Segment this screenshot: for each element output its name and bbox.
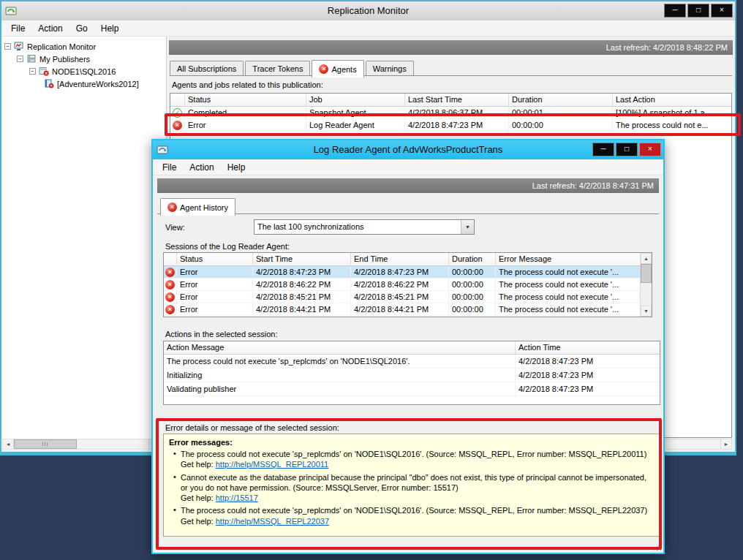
replication-monitor-icon	[14, 42, 24, 51]
help-link[interactable]: http://15517	[216, 493, 258, 502]
tree-item-label: NODE1\SQL2016	[52, 67, 116, 76]
scrollbar-track[interactable]	[641, 283, 652, 306]
header-error-message[interactable]: Error Message	[496, 253, 640, 265]
scrollbar-thumb[interactable]	[14, 439, 77, 449]
tab-strip-divider	[170, 75, 732, 76]
help-link[interactable]: http://help/MSSQL_REPL22037	[216, 517, 329, 526]
chevron-down-icon[interactable]: ▼	[461, 220, 474, 234]
cell-action-message: The process could not execute 'sp_replcm…	[164, 355, 516, 368]
cell-end-time: 4/2/2018 8:47:23 PM	[351, 266, 449, 278]
menu-help[interactable]: Help	[94, 21, 126, 36]
tree-item-replication-monitor[interactable]: − Replication Monitor	[1, 40, 166, 53]
session-row[interactable]: × Error 4/2/2018 8:44:21 PM 4/2/2018 8:4…	[164, 303, 640, 316]
resize-grip[interactable]	[652, 541, 661, 550]
menu-help[interactable]: Help	[221, 160, 252, 175]
session-row[interactable]: × Error 4/2/2018 8:45:21 PM 4/2/2018 8:4…	[164, 291, 640, 303]
cell-end-time: 4/2/2018 8:45:21 PM	[351, 291, 449, 303]
dialog-window-controls: ─ □ ×	[592, 143, 661, 156]
close-button[interactable]: ×	[711, 4, 733, 18]
error-status-icon: ×	[165, 268, 175, 277]
action-row[interactable]: Initializing 4/2/2018 8:47:23 PM	[164, 368, 660, 382]
cell-error-message: The process could not execute '...	[496, 303, 640, 315]
actions-table-header: Action Message Action Time	[164, 341, 660, 355]
main-window-controls: ─ □ ×	[664, 4, 733, 18]
view-dropdown[interactable]: The last 100 synchronizations ▼	[254, 219, 475, 235]
maximize-button[interactable]: □	[687, 4, 709, 18]
cell-duration: 00:00:00	[449, 266, 496, 278]
tab-tracer-tokens[interactable]: Tracer Tokens	[245, 61, 310, 76]
agent-row-snapshot[interactable]: ✓ Completed Snapshot Agent 4/2/2018 8:06…	[170, 107, 731, 119]
server-error-icon	[39, 67, 49, 76]
view-dropdown-value: The last 100 synchronizations	[254, 220, 461, 234]
error-status-icon: ×	[319, 64, 328, 74]
action-row[interactable]: The process could not execute 'sp_replcm…	[164, 355, 660, 368]
minimize-button[interactable]: ─	[592, 143, 614, 156]
header-start-time[interactable]: Start Time	[253, 253, 351, 265]
completed-status-icon: ✓	[173, 108, 182, 118]
cell-action-time: 4/2/2018 8:47:23 PM	[516, 368, 660, 382]
header-status-icon-column[interactable]	[164, 253, 177, 265]
maximize-button[interactable]: □	[616, 143, 638, 156]
header-status[interactable]: Status	[185, 94, 306, 106]
agents-table-header: Status Job Last Start Time Duration Last…	[170, 94, 731, 107]
dialog-menubar: File Action Help	[153, 159, 663, 175]
tab-agents[interactable]: × Agents	[312, 60, 363, 77]
close-button[interactable]: ×	[639, 143, 661, 156]
dialog-tabs: × Agent History	[160, 197, 237, 214]
menu-file[interactable]: File	[156, 160, 183, 175]
cell-start-time: 4/2/2018 8:45:21 PM	[253, 291, 351, 303]
action-row[interactable]: Validating publisher 4/2/2018 8:47:23 PM	[164, 382, 660, 396]
tree-item-node1-sql2016[interactable]: − NODE1\SQL2016	[1, 65, 166, 77]
tree-item-my-publishers[interactable]: − My Publishers	[1, 53, 166, 65]
tree-expander-icon[interactable]: −	[4, 43, 11, 50]
tab-all-subscriptions[interactable]: All Subscriptions	[170, 61, 244, 76]
agent-row-log-reader[interactable]: × Error Log Reader Agent 4/2/2018 8:47:2…	[170, 119, 731, 132]
cell-duration: 00:00:01	[509, 107, 613, 118]
error-message-text: The process could not execute 'sp_replcm…	[181, 506, 647, 515]
scroll-right-icon[interactable]: ►	[720, 439, 731, 449]
tab-warnings[interactable]: Warnings	[366, 61, 414, 76]
scroll-up-icon[interactable]: ▲	[641, 253, 652, 264]
sessions-table: Status Start Time End Time Duration Erro…	[163, 252, 652, 317]
error-details-box: Error messages: • The process could not …	[163, 434, 660, 537]
help-link[interactable]: http://help/MSSQL_REPL20011	[216, 460, 329, 469]
dialog-titlebar[interactable]: Log Reader Agent of AdvWorksProductTrans…	[153, 140, 663, 159]
error-status-icon: ×	[165, 292, 175, 302]
header-action-message[interactable]: Action Message	[164, 341, 516, 354]
menu-go[interactable]: Go	[69, 21, 94, 36]
tree-horizontal-scrollbar: ◄ ►	[2, 439, 160, 450]
scrollbar-track[interactable]	[77, 439, 148, 449]
header-duration[interactable]: Duration	[509, 94, 613, 106]
tree-expander-icon[interactable]: −	[29, 68, 36, 75]
header-last-start-time[interactable]: Last Start Time	[405, 94, 509, 106]
scroll-down-icon[interactable]: ▼	[641, 306, 652, 317]
dialog-last-refresh-bar: Last refresh: 4/2/2018 8:47:31 PM	[157, 178, 659, 193]
replication-monitor-app-icon	[5, 5, 17, 18]
scroll-left-icon[interactable]: ◄	[3, 439, 14, 449]
header-status[interactable]: Status	[177, 253, 253, 265]
scrollbar-thumb[interactable]	[641, 264, 652, 283]
header-action-time[interactable]: Action Time	[516, 341, 660, 354]
main-titlebar[interactable]: Replication Monitor ─ □ ×	[1, 1, 735, 20]
header-status-icon-column[interactable]	[170, 94, 185, 106]
header-last-action[interactable]: Last Action	[613, 94, 731, 106]
menu-file[interactable]: File	[4, 21, 31, 36]
tab-agent-history[interactable]: × Agent History	[160, 198, 235, 216]
menu-action[interactable]: Action	[31, 21, 69, 36]
session-row[interactable]: × Error 4/2/2018 8:47:23 PM 4/2/2018 8:4…	[164, 266, 640, 279]
tree-item-label: Replication Monitor	[27, 42, 96, 51]
minimize-button[interactable]: ─	[664, 4, 686, 18]
session-row[interactable]: × Error 4/2/2018 8:46:22 PM 4/2/2018 8:4…	[164, 279, 640, 291]
agents-section-label: Agents and jobs related to this publicat…	[172, 80, 323, 89]
bullet-icon: •	[169, 505, 181, 526]
cell-start-time: 4/2/2018 8:47:23 PM	[253, 266, 351, 278]
header-job[interactable]: Job	[306, 94, 405, 106]
cell-end-time: 4/2/2018 8:46:22 PM	[351, 279, 449, 290]
menu-action[interactable]: Action	[183, 160, 220, 175]
tree-item-adventureworks2012[interactable]: [AdventureWorks2012]	[1, 77, 166, 90]
header-end-time[interactable]: End Time	[351, 253, 449, 265]
get-help-label: Get help:	[181, 517, 214, 526]
header-duration[interactable]: Duration	[449, 253, 496, 265]
tree-expander-icon[interactable]: −	[17, 56, 23, 62]
my-publishers-icon	[26, 54, 37, 64]
